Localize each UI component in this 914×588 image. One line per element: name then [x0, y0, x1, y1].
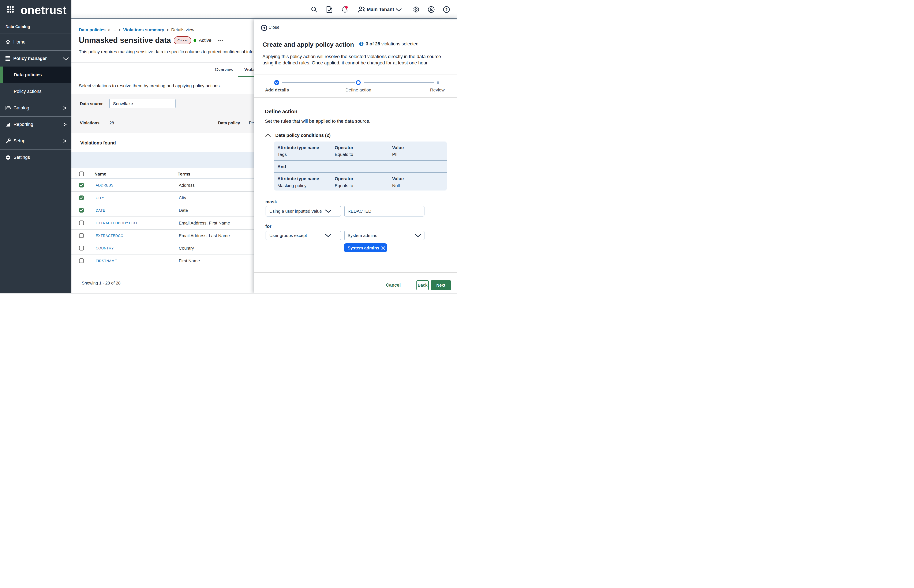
svg-text:?: ?	[445, 7, 448, 12]
